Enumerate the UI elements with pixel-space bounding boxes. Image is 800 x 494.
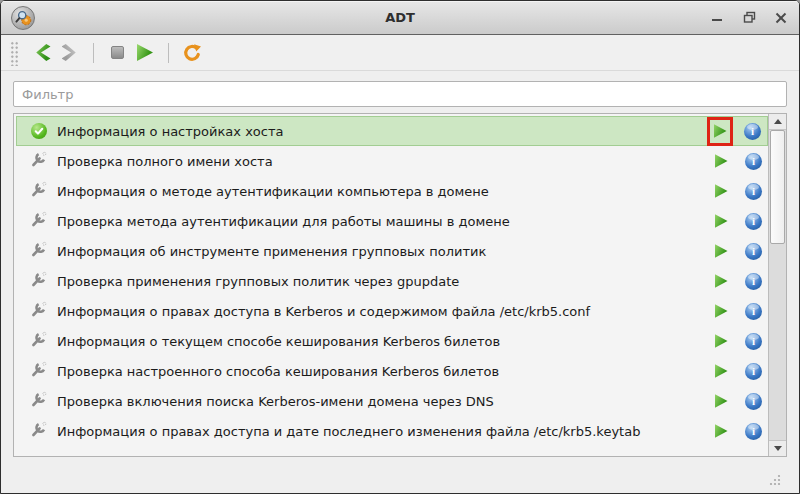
list-item[interactable]: Информация о методе аутентификации компь…: [16, 176, 768, 206]
back-button[interactable]: [28, 39, 56, 67]
list-item[interactable]: Информация об инструменте применения гру…: [16, 236, 768, 266]
status-icon-slot: [30, 333, 47, 350]
run-check-button[interactable]: [715, 184, 728, 198]
checks-list-panel: Информация о настройках хоста i Проверка…: [13, 113, 787, 457]
info-icon: i: [752, 185, 755, 197]
info-button[interactable]: i: [745, 153, 762, 170]
info-icon: i: [751, 125, 754, 137]
restore-icon: [743, 11, 756, 24]
info-icon: i: [752, 395, 755, 407]
run-annotation-frame: [711, 420, 731, 443]
wrench-icon: [31, 421, 47, 441]
info-button[interactable]: i: [745, 273, 762, 290]
status-icon-slot: [30, 303, 47, 320]
toolbar-separator: [93, 43, 94, 63]
restore-button[interactable]: [741, 10, 757, 26]
toolbar-separator: [168, 43, 169, 63]
info-button[interactable]: i: [745, 243, 762, 260]
close-button[interactable]: [773, 10, 789, 26]
forward-button[interactable]: [56, 39, 84, 67]
run-check-button[interactable]: [715, 424, 728, 438]
info-button[interactable]: i: [745, 213, 762, 230]
magnifier-gear-icon: [14, 9, 32, 27]
list-item[interactable]: Проверка применения групповых политик че…: [16, 266, 768, 296]
filter-input[interactable]: [13, 81, 787, 107]
scroll-up-button[interactable]: [769, 114, 786, 130]
scrollbar-track[interactable]: [769, 130, 786, 440]
list-item-label: Информация о текущем способе кеширования…: [57, 334, 701, 349]
run-check-button[interactable]: [714, 124, 727, 138]
scrollbar-thumb[interactable]: [770, 130, 785, 244]
wrench-icon: [31, 151, 47, 171]
list-item[interactable]: Информация о текущем способе кеширования…: [16, 326, 768, 356]
info-button[interactable]: i: [745, 363, 762, 380]
info-icon: i: [752, 365, 755, 377]
list-item[interactable]: Информация о настройках хоста i: [16, 116, 768, 146]
arrow-up-icon: [774, 119, 782, 124]
list-item-label: Информация об инструменте применения гру…: [57, 244, 701, 259]
run-check-button[interactable]: [715, 274, 728, 288]
info-icon: i: [752, 335, 755, 347]
run-all-button[interactable]: [131, 39, 159, 67]
run-annotation-frame: [711, 360, 731, 383]
app-window: ADT: [0, 0, 800, 494]
status-bar: [13, 457, 787, 493]
wrench-icon: [31, 271, 47, 291]
status-icon-slot: [30, 153, 47, 170]
run-check-button[interactable]: [715, 154, 728, 168]
main-content: Информация о настройках хоста i Проверка…: [1, 71, 799, 493]
run-check-button[interactable]: [715, 394, 728, 408]
status-icon-slot: [30, 273, 47, 290]
info-button[interactable]: i: [745, 423, 762, 440]
list-item-label: Информация о правах доступа и дате после…: [57, 424, 701, 439]
scroll-down-button[interactable]: [769, 440, 786, 456]
resize-grip-icon[interactable]: [768, 473, 781, 486]
minimize-button[interactable]: [709, 10, 725, 26]
status-icon-slot: [30, 243, 47, 260]
status-icon-slot: [30, 363, 47, 380]
toolbar-drag-handle[interactable]: [9, 40, 18, 66]
list-item[interactable]: Информация о правах доступа в Kerberos и…: [16, 296, 768, 326]
info-button[interactable]: i: [745, 393, 762, 410]
wrench-icon: [31, 391, 47, 411]
checklist-rows: Информация о настройках хоста i Проверка…: [14, 114, 768, 456]
status-icon-slot: [30, 123, 47, 140]
list-item-label: Информация о настройках хоста: [57, 124, 700, 139]
list-item[interactable]: Проверка метода аутентификации для работ…: [16, 206, 768, 236]
info-button[interactable]: i: [745, 183, 762, 200]
status-icon-slot: [30, 393, 47, 410]
run-check-button[interactable]: [715, 244, 728, 258]
title-bar[interactable]: ADT: [1, 1, 799, 35]
wrench-icon: [31, 331, 47, 351]
list-item-label: Информация о методе аутентификации компь…: [57, 184, 701, 199]
run-check-button[interactable]: [715, 304, 728, 318]
info-button[interactable]: i: [745, 303, 762, 320]
list-item-label: Проверка метода аутентификации для работ…: [57, 214, 701, 229]
list-item[interactable]: Проверка полного имени хоста i: [16, 146, 768, 176]
list-item[interactable]: Проверка включения поиска Kerberos-имени…: [16, 386, 768, 416]
list-item-label: Проверка включения поиска Kerberos-имени…: [57, 394, 701, 409]
info-button[interactable]: i: [745, 333, 762, 350]
vertical-scrollbar[interactable]: [768, 114, 786, 456]
run-check-button[interactable]: [715, 214, 728, 228]
list-item[interactable]: Информация о правах доступа и дате после…: [16, 416, 768, 446]
info-button[interactable]: i: [744, 123, 761, 140]
run-check-button[interactable]: [715, 364, 728, 378]
run-check-button[interactable]: [715, 334, 728, 348]
list-item[interactable]: Проверка настроенного способа кешировани…: [16, 356, 768, 386]
app-icon: [11, 6, 35, 30]
refresh-button[interactable]: [178, 39, 206, 67]
run-annotation-frame: [711, 270, 731, 293]
wrench-icon: [31, 241, 47, 261]
status-icon-slot: [30, 423, 47, 440]
wrench-icon: [31, 181, 47, 201]
stop-icon: [111, 46, 124, 59]
close-icon: [775, 12, 787, 24]
window-controls: [709, 10, 789, 26]
window-title: ADT: [1, 10, 799, 25]
run-annotation-frame: [711, 300, 731, 323]
wrench-icon: [31, 211, 47, 231]
list-item-label: Проверка полного имени хоста: [57, 154, 701, 169]
minimize-icon: [711, 12, 723, 24]
stop-button[interactable]: [103, 39, 131, 67]
